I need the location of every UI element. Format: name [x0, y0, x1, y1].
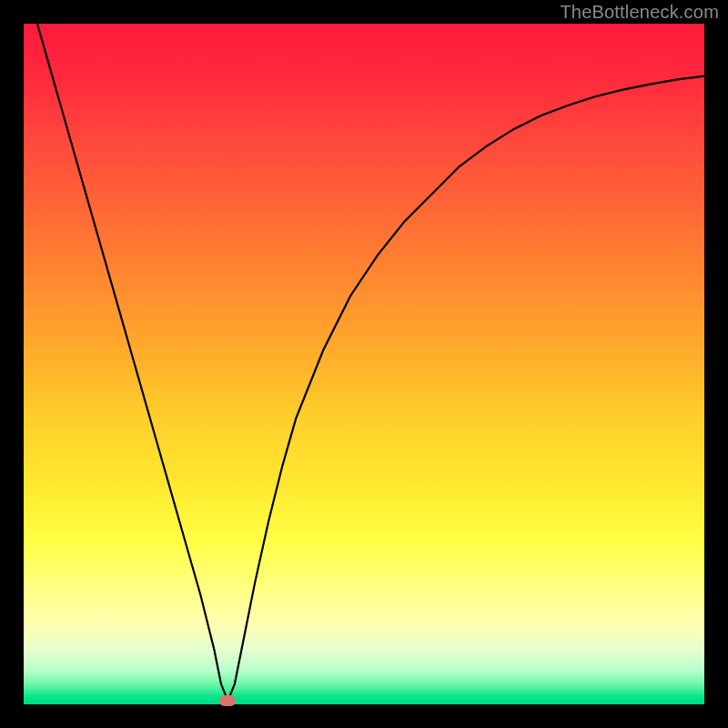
curve-layer	[24, 24, 704, 704]
chart-frame: TheBottleneck.com	[0, 0, 728, 728]
optimal-point-marker	[219, 695, 236, 706]
bottleneck-curve	[37, 24, 704, 701]
watermark-text: TheBottleneck.com	[560, 2, 719, 23]
